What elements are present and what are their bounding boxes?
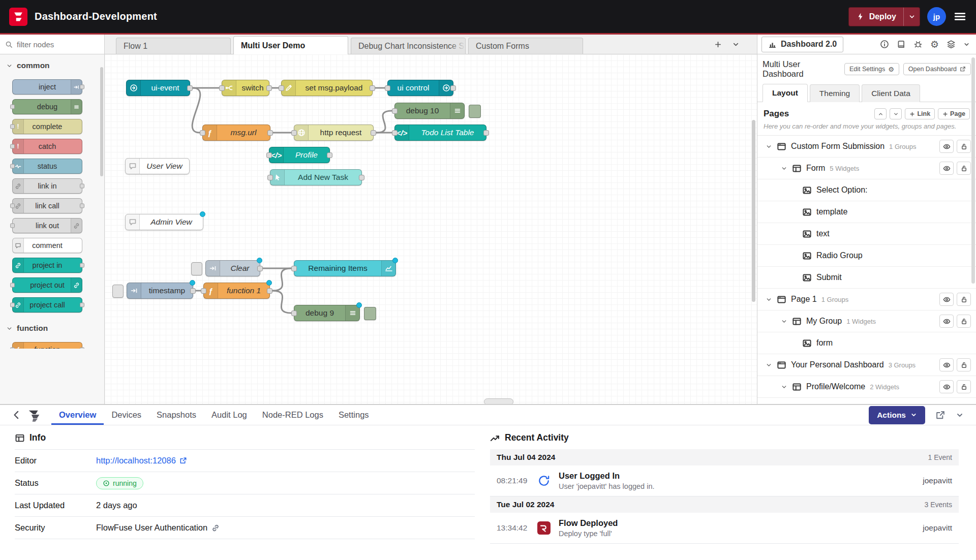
debug-toggle-button[interactable] <box>469 105 481 118</box>
output-port[interactable] <box>257 266 263 271</box>
docs-icon[interactable] <box>897 40 906 49</box>
main-menu-icon[interactable] <box>953 10 967 23</box>
collapse-all-button[interactable] <box>874 108 887 119</box>
deploy-button[interactable]: Deploy <box>848 7 920 26</box>
palette-node-status[interactable]: status <box>12 159 82 174</box>
palette-node-link call[interactable]: link call <box>12 198 82 213</box>
sidebar-tab-dashboard[interactable]: Dashboard 2.0 <box>761 37 843 52</box>
flow-node-timestamp[interactable]: timestamp <box>127 283 193 299</box>
info-icon[interactable] <box>880 40 889 49</box>
filter-nodes-input[interactable] <box>17 40 99 49</box>
expand-all-button[interactable] <box>890 108 902 119</box>
deploy-options-caret[interactable] <box>903 8 920 26</box>
input-port[interactable] <box>219 85 225 91</box>
output-port[interactable] <box>80 85 84 89</box>
input-port[interactable] <box>10 125 15 129</box>
flow-node-profile[interactable]: </>Profile <box>269 147 330 163</box>
flowfuse-mark-icon[interactable] <box>27 408 42 422</box>
flowfuse-logo[interactable] <box>9 8 27 26</box>
instance-tab-Snapshots[interactable]: Snapshots <box>149 405 204 425</box>
tree-row-form[interactable]: form <box>757 332 976 354</box>
tree-row-Custom Form Submission[interactable]: Custom Form Submission1 Groups <box>757 136 976 158</box>
tree-row-Submit[interactable]: Submit <box>757 267 976 289</box>
tree-row-template[interactable]: template <box>757 201 976 223</box>
flow-node-http[interactable]: http request <box>294 125 374 141</box>
output-port[interactable] <box>190 288 196 294</box>
activity-row-Flow Deployed[interactable]: 13:34:42Flow DeployedDeploy type 'full'j… <box>490 513 959 544</box>
palette-section-common[interactable]: common <box>0 54 104 75</box>
visibility-toggle-button[interactable] <box>939 315 954 328</box>
sidebar-caret-icon[interactable] <box>963 41 970 48</box>
tree-row-My Group[interactable]: My Group1 Widgets <box>757 310 976 332</box>
palette-node-project call[interactable]: project call <box>12 297 82 313</box>
output-port[interactable] <box>80 204 84 208</box>
flow-node-adminview[interactable]: Admin View <box>125 214 203 230</box>
flow-canvas[interactable]: ui-eventswitchset msg.payloadui controld… <box>105 54 757 404</box>
inject-button[interactable] <box>191 262 202 275</box>
user-avatar[interactable]: jp <box>927 7 946 26</box>
collapse-panel-icon[interactable] <box>956 411 964 419</box>
palette-node-complete[interactable]: !complete <box>12 119 82 134</box>
output-port[interactable] <box>266 85 272 91</box>
output-port[interactable] <box>450 85 456 91</box>
visibility-toggle-button[interactable] <box>939 358 954 371</box>
input-port[interactable] <box>10 348 15 349</box>
tree-row-Select Option:[interactable]: Select Option: <box>757 179 976 201</box>
instance-tab-Settings[interactable]: Settings <box>331 405 377 425</box>
flow-node-remaining[interactable]: Remaining Items <box>294 260 396 276</box>
flow-node-clear[interactable]: Clear <box>205 260 260 276</box>
lock-toggle-button[interactable] <box>957 358 971 371</box>
palette-section-function[interactable]: function <box>0 317 104 337</box>
lock-toggle-button[interactable] <box>957 315 971 328</box>
sidebar-tab-Theming[interactable]: Theming <box>810 84 860 102</box>
flow-tab-Debug Chart Inconsistence S[interactable]: Debug Chart Inconsistence S <box>351 38 466 54</box>
flow-node-ui-event[interactable]: ui-event <box>126 80 190 96</box>
actions-button[interactable]: Actions <box>869 406 925 424</box>
palette-scrollbar[interactable] <box>100 67 103 176</box>
link-icon[interactable] <box>211 524 220 532</box>
flow-node-todo[interactable]: </>Todo List Table <box>394 125 486 141</box>
input-port[interactable] <box>10 283 15 288</box>
output-port[interactable] <box>327 152 332 158</box>
debug-toggle-button[interactable] <box>364 307 376 320</box>
panel-splitter-handle[interactable] <box>484 398 513 404</box>
instance-tab-Devices[interactable]: Devices <box>104 405 149 425</box>
input-port[interactable] <box>10 204 15 208</box>
tree-row-Page 1[interactable]: Page 11 Groups <box>757 289 976 310</box>
tree-row-Radio Group[interactable]: Radio Group <box>757 245 976 267</box>
palette-node-project in[interactable]: project in <box>12 258 82 273</box>
flow-node-addtask[interactable]: Add New Task <box>270 169 362 185</box>
flow-node-debug9[interactable]: debug 9 <box>294 305 360 321</box>
instance-tab-Node-RED Logs[interactable]: Node-RED Logs <box>255 405 331 425</box>
instance-tab-Overview[interactable]: Overview <box>51 405 104 425</box>
flow-tab-Multi User Demo[interactable]: Multi User Demo <box>233 36 348 54</box>
flow-tab-Flow 1[interactable]: Flow 1 <box>116 38 231 54</box>
tree-row-text[interactable]: text <box>757 223 976 245</box>
flow-node-switch[interactable]: switch <box>222 80 269 96</box>
add-link-button[interactable]: Link <box>905 108 935 119</box>
inject-button[interactable] <box>112 285 124 298</box>
bug-icon[interactable] <box>913 40 923 49</box>
palette-node-link out[interactable]: link out <box>12 218 82 233</box>
palette-node-catch[interactable]: !catch <box>12 139 82 154</box>
output-port[interactable] <box>267 288 272 294</box>
tree-row-Form[interactable]: Form5 Widgets <box>757 158 976 179</box>
output-port[interactable] <box>80 263 84 268</box>
activity-row-User Logged In[interactable]: 08:21:49User Logged InUser 'joepavitt' h… <box>490 465 959 496</box>
input-port[interactable] <box>291 310 297 316</box>
visibility-toggle-button[interactable] <box>939 162 954 175</box>
input-port[interactable] <box>10 105 15 109</box>
layers-icon[interactable] <box>947 40 956 49</box>
palette-node-project out[interactable]: project out <box>12 277 82 293</box>
input-port[interactable] <box>200 130 205 136</box>
instance-tab-Audit Log[interactable]: Audit Log <box>204 405 255 425</box>
tree-row-Profile/Welcome[interactable]: Profile/Welcome2 Widgets <box>757 376 976 398</box>
output-port[interactable] <box>80 184 84 189</box>
flow-node-set[interactable]: set msg.payload <box>281 80 373 96</box>
visibility-toggle-button[interactable] <box>939 140 954 153</box>
add-flow-icon[interactable] <box>714 41 722 48</box>
input-port[interactable] <box>392 108 398 114</box>
sidebar-tab-Layout[interactable]: Layout <box>762 84 808 102</box>
visibility-toggle-button[interactable] <box>939 380 954 393</box>
flow-list-caret-icon[interactable] <box>732 41 740 48</box>
